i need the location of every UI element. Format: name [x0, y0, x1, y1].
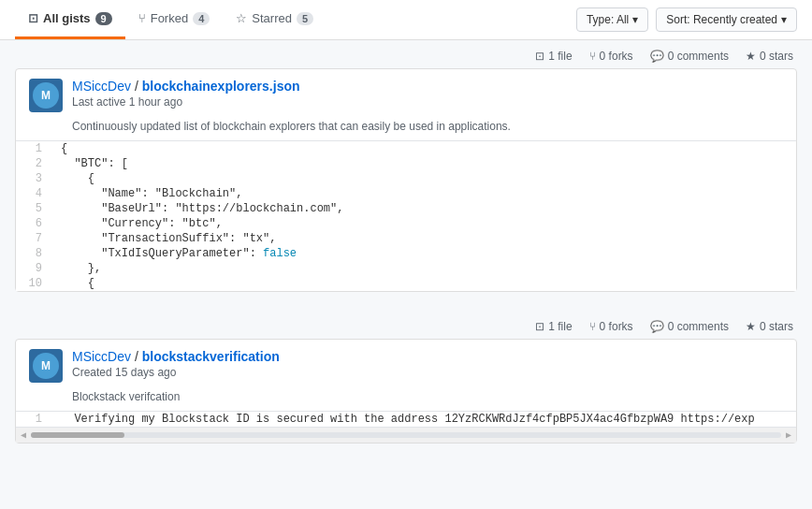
gist1-comments-stat: 💬 0 comments: [650, 50, 729, 63]
gist2-meta: MSiccDev / blockstackverification Create…: [72, 349, 783, 379]
star-icon: ★: [746, 50, 756, 63]
line-number: 10: [16, 276, 53, 291]
tab-starred[interactable]: ☆ Starred 5: [223, 0, 326, 39]
tab-all-gists-label: All gists: [43, 11, 91, 25]
gist1-meta: MSiccDev / blockchainexplorers.json Last…: [72, 79, 783, 109]
sort-filter-chevron: ▾: [781, 13, 787, 26]
tabs-left: ⊡ All gists 9 ⑂ Forked 4 ☆ Starred 5: [15, 0, 326, 39]
type-filter-chevron: ▾: [632, 13, 638, 26]
gist1-username-link[interactable]: MSiccDev: [72, 79, 131, 94]
table-row: 1{: [16, 141, 796, 156]
horizontal-scrollbar[interactable]: ◀ ▶: [16, 427, 796, 443]
comment-icon: 💬: [650, 50, 664, 63]
tabs-right: Type: All ▾ Sort: Recently created ▾: [576, 7, 797, 32]
line-content: {: [53, 141, 796, 156]
gist2-forks-stat: ⑂ 0 forks: [589, 320, 633, 333]
tab-forked-label: Forked: [151, 11, 188, 25]
starred-tab-icon: ☆: [236, 11, 247, 25]
line-number: 1: [16, 141, 53, 156]
line-number: 9: [16, 261, 53, 276]
table-row: 8 "TxIdIsQueryParameter": false: [16, 246, 796, 261]
gist2-star-icon: ★: [746, 320, 756, 333]
line-content: "TxIdIsQueryParameter": false: [53, 246, 796, 261]
gist1-stars-stat: ★ 0 stars: [746, 50, 793, 63]
table-row: 9 },: [16, 261, 796, 276]
tab-starred-label: Starred: [252, 11, 292, 25]
gist1-avatar: M: [29, 79, 63, 112]
line-content: },: [53, 261, 796, 276]
gist2-time: Created 15 days ago: [72, 366, 783, 379]
tab-all-gists[interactable]: ⊡ All gists 9: [15, 0, 125, 39]
gist2-fork-icon: ⑂: [589, 320, 596, 333]
table-row: 1 Verifying my Blockstack ID is secured …: [16, 412, 796, 427]
line-content: {: [53, 171, 796, 186]
gist1-header: M MSiccDev / blockchainexplorers.json La…: [16, 69, 796, 118]
main-content: ⊡ 1 file ⑂ 0 forks 💬 0 comments ★ 0 star…: [0, 40, 812, 444]
gist1-stars-count: 0 stars: [760, 50, 793, 63]
gist2-comment-icon: 💬: [650, 320, 664, 333]
gist1-comments-count: 0 comments: [668, 50, 729, 63]
sort-filter-button[interactable]: Sort: Recently created ▾: [656, 7, 797, 32]
type-filter-button[interactable]: Type: All ▾: [576, 7, 648, 32]
scrollbar-thumb[interactable]: [31, 432, 124, 438]
gist2-forks-count: 0 forks: [600, 320, 633, 333]
type-filter-label: Type: All: [587, 13, 629, 26]
line-content: "Name": "Blockchain",: [53, 186, 796, 201]
line-number: 3: [16, 171, 53, 186]
line-content: "BTC": [: [53, 156, 796, 171]
scroll-left-arrow[interactable]: ◀: [20, 429, 27, 441]
gist1-description: Continuously updated list of blockchain …: [16, 118, 796, 140]
table-row: 4 "Name": "Blockchain",: [16, 186, 796, 201]
table-row: 7 "TransactionSuffix": "tx",: [16, 231, 796, 246]
gist2-description: Blockstack verifcation: [16, 388, 796, 411]
gist2-title: MSiccDev / blockstackverification: [72, 349, 783, 364]
scroll-right-arrow[interactable]: ▶: [785, 429, 792, 441]
all-gists-icon: ⊡: [28, 11, 38, 25]
line-number: 7: [16, 231, 53, 246]
line-number: 8: [16, 246, 53, 261]
line-number: 1: [16, 412, 53, 427]
gist1-title: MSiccDev / blockchainexplorers.json: [72, 79, 783, 94]
gist2-stats-bar: ⊡ 1 file ⑂ 0 forks 💬 0 comments ★ 0 star…: [0, 311, 812, 339]
tab-forked-count: 4: [193, 12, 210, 25]
gist2-separator: /: [131, 349, 142, 364]
tab-forked[interactable]: ⑂ Forked 4: [125, 0, 224, 39]
gist2-files-count: 1 file: [548, 320, 572, 333]
gist2-code-table: 1 Verifying my Blockstack ID is secured …: [16, 412, 796, 427]
table-row: 6 "Currency": "btc",: [16, 216, 796, 231]
gist2-stars-count: 0 stars: [760, 320, 793, 333]
line-content: "TransactionSuffix": "tx",: [53, 231, 796, 246]
scrollbar-track[interactable]: [31, 432, 781, 438]
line-content: Verifying my Blockstack ID is secured wi…: [53, 412, 796, 427]
table-row: 2 "BTC": [: [16, 156, 796, 171]
gist2-filename-link[interactable]: blockstackverification: [142, 349, 280, 364]
gist2-comments-stat: 💬 0 comments: [650, 320, 729, 333]
gist1-card: M MSiccDev / blockchainexplorers.json La…: [15, 68, 797, 292]
gist1-time: Last active 1 hour ago: [72, 95, 783, 109]
line-content: "BaseUrl": "https://blockchain.com",: [53, 201, 796, 216]
gist1-separator: /: [131, 79, 142, 94]
gist2-card: M MSiccDev / blockstackverification Crea…: [15, 339, 797, 444]
line-content: {: [53, 276, 796, 291]
tab-all-gists-count: 9: [95, 12, 112, 25]
tab-starred-count: 5: [297, 12, 313, 25]
line-number: 2: [16, 156, 53, 171]
gist1-files-count: 1 file: [548, 50, 572, 63]
gist1-forks-stat: ⑂ 0 forks: [589, 50, 633, 63]
gist2-file-icon: ⊡: [535, 320, 544, 333]
fork-icon: ⑂: [589, 50, 596, 63]
sort-filter-label: Sort: Recently created: [666, 13, 777, 26]
gist2-username-link[interactable]: MSiccDev: [72, 349, 131, 364]
forked-icon: ⑂: [138, 11, 146, 25]
table-row: 5 "BaseUrl": "https://blockchain.com",: [16, 201, 796, 216]
gist2-avatar: M: [29, 349, 63, 383]
gist1-code-table: 1{2 "BTC": [3 {4 "Name": "Blockchain",5 …: [16, 141, 796, 291]
gist1-code-block: 1{2 "BTC": [3 {4 "Name": "Blockchain",5 …: [16, 140, 796, 291]
table-row: 3 {: [16, 171, 796, 186]
gist1-filename-link[interactable]: blockchainexplorers.json: [142, 79, 300, 94]
gist2-header: M MSiccDev / blockstackverification Crea…: [16, 340, 796, 388]
line-number: 4: [16, 186, 53, 201]
tabs-bar: ⊡ All gists 9 ⑂ Forked 4 ☆ Starred 5 Typ…: [0, 0, 812, 40]
line-content: "Currency": "btc",: [53, 216, 796, 231]
gist2-comments-count: 0 comments: [668, 320, 729, 333]
